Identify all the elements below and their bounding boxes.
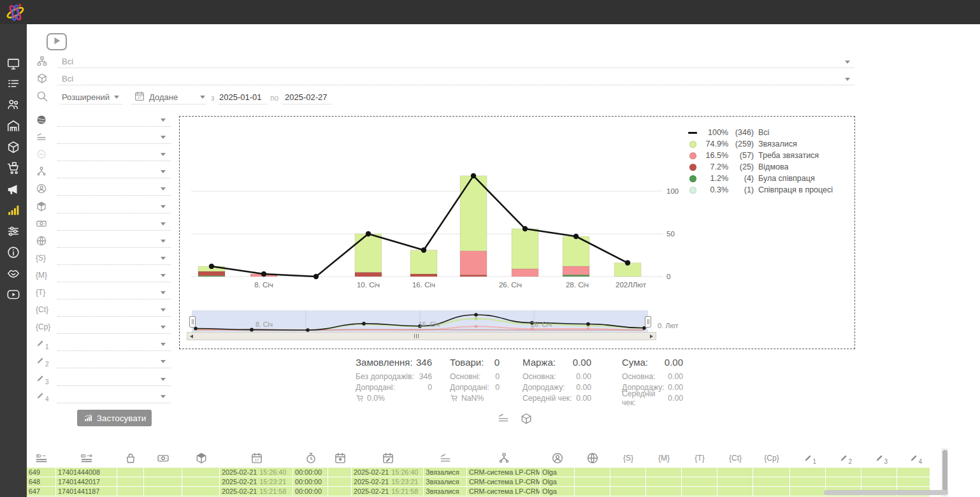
column-header-calendar-edited[interactable] xyxy=(352,448,424,468)
column-header-brace-s[interactable]: {S} xyxy=(610,448,646,468)
side-filter-pencil-3[interactable]: 3 xyxy=(36,372,171,387)
chevron-down-icon xyxy=(161,395,166,398)
column-header-cube-filled[interactable] xyxy=(182,448,220,468)
column-header-calendar-box[interactable] xyxy=(328,448,352,468)
navigator-right-handle[interactable] xyxy=(645,316,651,328)
table-cell xyxy=(610,487,646,496)
product-filter[interactable]: Всі xyxy=(62,74,73,83)
sidebar-item-partners[interactable] xyxy=(6,266,20,280)
sidebar-item-warehouse[interactable] xyxy=(6,119,20,133)
products-toggle-icon[interactable] xyxy=(520,412,533,425)
column-header-bag[interactable] xyxy=(117,448,144,468)
scrollbar-grip[interactable] xyxy=(414,334,419,338)
svg-text:0: 0 xyxy=(667,273,670,280)
brace-ct-icon: {Ct} xyxy=(36,305,52,317)
legend-item[interactable]: 1.2%(4)Була співпраця xyxy=(688,173,847,184)
side-filter-pencil-2[interactable]: 2 xyxy=(36,354,171,370)
filter-underline xyxy=(57,333,171,334)
date-to-input[interactable]: 2025-02-27 xyxy=(285,92,328,102)
side-filter-brace-t[interactable]: {T} xyxy=(36,285,171,301)
apply-button[interactable]: Застосувати xyxy=(77,410,152,426)
sidebar-item-dashboard[interactable] xyxy=(6,57,20,71)
svg-text:28. Січ: 28. Січ xyxy=(566,281,589,289)
chevron-down-icon xyxy=(161,170,166,173)
sidebar-item-video-lessons[interactable] xyxy=(6,287,20,301)
chart-navigator[interactable]: 8. Січ16. Січ26. Січ xyxy=(192,310,648,333)
table-cell xyxy=(328,487,352,496)
sidebar-item-info[interactable] xyxy=(6,245,20,259)
side-filter-world[interactable] xyxy=(36,113,171,128)
table-cell xyxy=(182,468,220,477)
column-header-pencil-1[interactable]: 1 xyxy=(790,448,826,468)
table-row[interactable]: 649174014440082025-02-2115:26:4000:00:00… xyxy=(27,468,930,477)
column-header-id[interactable]: ID xyxy=(27,448,56,468)
chevron-down-icon xyxy=(161,378,166,381)
navigator-left-handle[interactable] xyxy=(189,316,196,328)
legend-item[interactable]: 16.5%(57)Треба звязатися xyxy=(688,150,847,161)
legend-item[interactable]: 74.9%(259)Звязалися xyxy=(688,138,847,150)
side-filter-payment[interactable] xyxy=(36,217,171,232)
sidebar-item-products[interactable] xyxy=(6,140,20,154)
side-filter-cube-filled[interactable] xyxy=(36,199,171,215)
category-filter[interactable]: Всі xyxy=(62,57,73,66)
navigator-scrollbar[interactable] xyxy=(187,332,656,340)
legend-swatch-icon xyxy=(688,132,697,134)
chevron-down-icon xyxy=(161,153,166,156)
table-row[interactable]: 647174014411872025-02-2115:21:5800:00:00… xyxy=(27,487,930,496)
scroll-left-arrow[interactable] xyxy=(187,333,196,340)
table-cell: Звязалися xyxy=(424,477,467,487)
column-header-brace-m[interactable]: {M} xyxy=(646,448,682,468)
side-filter-brace-m[interactable]: {M} xyxy=(36,268,171,284)
legend-item[interactable]: 0.3%(1)Співпраця в процесі xyxy=(688,184,847,196)
side-filter-brace-s[interactable]: {S} xyxy=(36,251,171,266)
video-help-button[interactable] xyxy=(47,33,67,50)
column-header-pencil-4[interactable]: 4 xyxy=(897,448,930,468)
sidebar-item-clients[interactable] xyxy=(6,97,20,112)
legend-item[interactable]: 7.2%(25)Відмова xyxy=(688,161,847,173)
date-field-select[interactable]: Додане xyxy=(149,92,178,102)
column-header-timer[interactable] xyxy=(293,448,328,468)
side-filter-pencil-1[interactable]: 1 xyxy=(36,337,171,352)
search-mode-select[interactable]: Розширений xyxy=(62,92,110,102)
sidebar-item-shipping[interactable] xyxy=(6,161,20,175)
column-header-user[interactable] xyxy=(540,448,575,468)
pencil-3-icon: 3 xyxy=(875,453,884,463)
scroll-right-arrow[interactable] xyxy=(647,333,656,340)
table-horizontal-scrollbar[interactable] xyxy=(824,490,948,495)
side-filter-user[interactable] xyxy=(36,182,171,197)
column-header-brace-t[interactable]: {T} xyxy=(682,448,717,468)
side-filter-globe[interactable] xyxy=(36,234,171,249)
sidebar-item-settings[interactable] xyxy=(6,224,20,238)
app-logo[interactable] xyxy=(4,1,27,24)
column-header-pencil-2[interactable]: 2 xyxy=(826,448,861,468)
svg-text:8. Січ: 8. Січ xyxy=(254,281,273,289)
column-header-source[interactable] xyxy=(467,448,540,468)
sidebar-item-marketing[interactable] xyxy=(6,182,20,196)
product-filter-underline xyxy=(57,84,854,85)
table-row[interactable]: 648174014420172025-02-2115:23:2100:00:00… xyxy=(27,477,930,487)
status-list-toggle-icon[interactable] xyxy=(496,412,510,424)
date-from-input[interactable]: 2025-01-01 xyxy=(219,92,262,102)
brace-t-icon: {T} xyxy=(695,454,704,463)
legend-percent: 16.5% xyxy=(700,151,728,160)
side-filter-disabled[interactable] xyxy=(36,147,171,162)
column-header-brace-ct[interactable]: {Ct} xyxy=(717,448,753,468)
table-cell xyxy=(117,487,144,496)
side-filter-brace-cp[interactable]: {Cp} xyxy=(36,320,171,335)
side-filter-brace-ct[interactable]: {Ct} xyxy=(36,303,171,318)
side-filter-status[interactable] xyxy=(36,130,171,145)
column-header-globe[interactable] xyxy=(575,448,610,468)
legend-item[interactable]: 100%(346)Всі xyxy=(688,127,847,138)
stat-sub-value: 0.00 xyxy=(576,394,591,403)
column-header-calendar-added[interactable]: 17 xyxy=(220,448,293,468)
column-header-brace-cp[interactable]: {Cp} xyxy=(753,448,790,468)
column-header-order-id[interactable]: ID xyxy=(56,448,117,468)
side-filter-source[interactable] xyxy=(36,164,171,180)
side-filter-pencil-4[interactable]: 4 xyxy=(36,389,171,405)
filter-underline xyxy=(57,213,171,213)
column-header-pencil-3[interactable]: 3 xyxy=(861,448,897,468)
sidebar-item-orders[interactable] xyxy=(6,77,20,91)
column-header-status[interactable] xyxy=(424,448,467,468)
column-header-payment[interactable] xyxy=(144,448,182,468)
sidebar-item-statistics[interactable] xyxy=(6,203,20,217)
